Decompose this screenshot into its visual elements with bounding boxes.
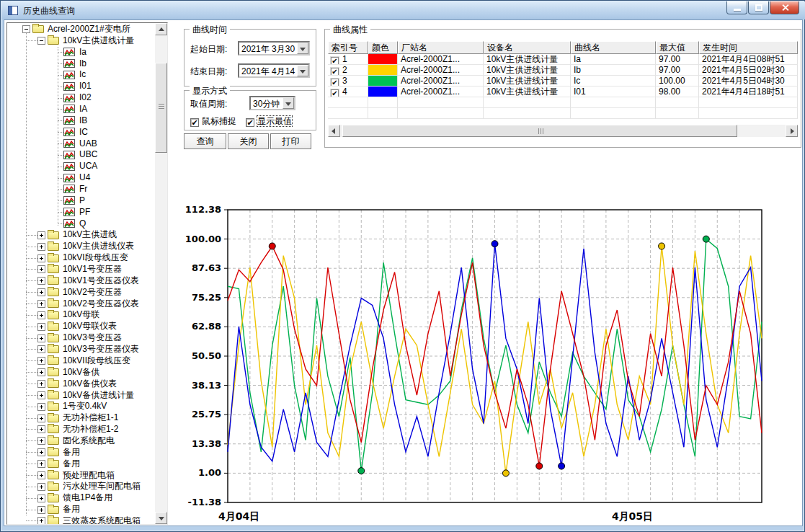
expand-plus-icon[interactable] (37, 311, 45, 319)
column-header-厂站名[interactable]: 厂站名 (398, 41, 484, 54)
trend-chart[interactable]: 112.38100.0087.6375.2562.8850.5038.1325.… (177, 188, 805, 532)
tree-item-备用[interactable]: 备用 (7, 504, 155, 515)
row-checkbox[interactable]: ✔ (331, 89, 339, 97)
end-date-combobox[interactable]: 2021年 4月14 (238, 63, 310, 78)
tree-item-PF[interactable]: PF (7, 207, 155, 218)
expand-plus-icon[interactable] (37, 288, 45, 296)
tree-item-Fr[interactable]: Fr (7, 184, 155, 195)
tree-item-备用[interactable]: 备用 (7, 447, 155, 458)
tree-item-U4[interactable]: U4 (7, 172, 155, 184)
index-cell[interactable]: ✔2 (328, 65, 368, 76)
column-header-设备名[interactable]: 设备名 (484, 41, 571, 54)
expand-plus-icon[interactable] (37, 403, 45, 411)
tree-item-10kV主供进线[interactable]: 10kV主供进线 (7, 229, 155, 241)
index-cell[interactable]: ✔4 (328, 87, 368, 97)
period-combobox[interactable]: 30分钟 (249, 96, 295, 110)
maximize-button[interactable] (748, 1, 769, 14)
collapse-minus-icon[interactable] (37, 37, 45, 45)
title-bar[interactable]: 历史曲线查询 (1, 1, 805, 19)
table-row[interactable]: ✔2Acrel-2000Z1...10kV主供进线计量Ib97.002021年4… (328, 65, 798, 76)
tree-item-10kV3号变压器仪表[interactable]: 10kV3号变压器仪表 (7, 344, 155, 355)
tree-item-10kV3号变压器[interactable]: 10kV3号变压器 (7, 332, 155, 344)
expand-plus-icon[interactable] (37, 437, 45, 445)
column-header-曲线名[interactable]: 曲线名 (571, 41, 656, 54)
table-scrollbar-thumb[interactable] (342, 125, 737, 137)
expand-plus-icon[interactable] (37, 243, 45, 251)
tree-item-固化系统配电[interactable]: 固化系统配电 (7, 435, 155, 447)
minimize-button[interactable] (726, 1, 747, 14)
tree-item-10kV主供进线仪表[interactable]: 10kV主供进线仪表 (7, 241, 155, 252)
tree-item-UCA[interactable]: UCA (7, 161, 155, 172)
table-row[interactable]: ✔4Acrel-2000Z1...10kV主供进线计量I0198.002021年… (328, 87, 798, 97)
column-header-发生时间[interactable]: 发生时间 (699, 41, 798, 54)
tree-scrollbar[interactable] (155, 23, 167, 524)
expand-plus-icon[interactable] (37, 425, 45, 433)
tree-item-Q[interactable]: Q (7, 218, 155, 230)
expand-plus-icon[interactable] (37, 506, 45, 514)
tree-item-10kV1号变压器[interactable]: 10kV1号变压器 (7, 264, 155, 275)
row-checkbox[interactable]: ✔ (331, 57, 339, 65)
expand-plus-icon[interactable] (37, 334, 45, 342)
expand-plus-icon[interactable] (37, 471, 45, 479)
tree-item-Ic[interactable]: Ic (7, 69, 155, 81)
table-row[interactable]: ✔3Acrel-2000Z1...10kV主供进线计量Ic100.002021年… (328, 76, 798, 87)
tree-item-馈电1P4备用[interactable]: 馈电1P4备用 (7, 492, 155, 504)
period-dropdown-button[interactable] (283, 97, 294, 109)
tree-item-10kV2号变压器[interactable]: 10kV2号变压器 (7, 287, 155, 298)
expand-plus-icon[interactable] (37, 323, 45, 331)
scroll-down-button[interactable] (155, 512, 167, 524)
table-row[interactable]: ✔1Acrel-2000Z1...10kV主供进线计量Ia97.002021年4… (328, 54, 798, 65)
tree-item-P[interactable]: P (7, 195, 155, 207)
tree-item-10kV母联仪表[interactable]: 10kV母联仪表 (7, 321, 155, 332)
tree-item-无功补偿柜1-1[interactable]: 无功补偿柜1-1 (7, 412, 155, 424)
expand-plus-icon[interactable] (37, 265, 45, 273)
expand-plus-icon[interactable] (37, 380, 45, 388)
start-date-combobox[interactable]: 2021年 3月30 (238, 41, 310, 56)
tree-item-IA[interactable]: IA (7, 104, 155, 115)
tree-item-10kVII段母线压变[interactable]: 10kVII段母线压变 (7, 355, 155, 367)
expand-plus-icon[interactable] (37, 345, 45, 353)
expand-plus-icon[interactable] (37, 495, 45, 502)
tree-item-10kV母联[interactable]: 10kV母联 (7, 309, 155, 321)
expand-plus-icon[interactable] (37, 357, 45, 365)
column-header-最大值[interactable]: 最大值 (656, 41, 699, 54)
tree-item-UAB[interactable]: UAB (7, 138, 155, 150)
tree-item-10kV2号变压器仪表[interactable]: 10kV2号变压器仪表 (7, 298, 155, 310)
scroll-up-button[interactable] (155, 23, 167, 35)
tree-item-IC[interactable]: IC (7, 127, 155, 138)
tree-item-1号变0.4kV[interactable]: 1号变0.4kV (7, 401, 155, 412)
row-checkbox[interactable]: ✔ (331, 79, 339, 87)
expand-plus-icon[interactable] (37, 277, 45, 285)
start-date-dropdown-button[interactable] (297, 43, 308, 54)
mouse-capture-checkbox[interactable]: ✔鼠标捕捉 (190, 115, 236, 128)
tree-item-无功补偿柜1-2[interactable]: 无功补偿柜1-2 (7, 424, 155, 435)
show-extremes-checkbox[interactable]: ✔显示最值 (246, 115, 292, 128)
expand-plus-icon[interactable] (37, 368, 45, 376)
expand-plus-icon[interactable] (37, 414, 45, 422)
query-button[interactable]: 查询 (184, 133, 226, 149)
scroll-right-button[interactable] (786, 125, 798, 137)
tree-item-I02[interactable]: I02 (7, 92, 155, 104)
tree-item-预处理配电箱[interactable]: 预处理配电箱 (7, 470, 155, 482)
tree-item-I01[interactable]: I01 (7, 81, 155, 92)
column-header-索引号[interactable]: 索引号 (328, 41, 368, 54)
end-date-dropdown-button[interactable] (297, 65, 308, 76)
tree-item-污水处理车间配电箱[interactable]: 污水处理车间配电箱 (7, 481, 155, 492)
expand-plus-icon[interactable] (37, 448, 45, 456)
index-cell[interactable]: ✔3 (328, 76, 368, 87)
expand-plus-icon[interactable] (37, 300, 45, 308)
print-button[interactable]: 打印 (270, 133, 311, 149)
tree-item-10kV备供进线计量[interactable]: 10kV备供进线计量 (7, 390, 155, 402)
expand-plus-icon[interactable] (37, 391, 45, 399)
tree-item-UBC[interactable]: UBC (7, 149, 155, 161)
tree-item-三效蒸发系统配电箱[interactable]: 三效蒸发系统配电箱 (7, 515, 155, 524)
tree-item-10kV主供进线计量[interactable]: 10kV主供进线计量 (7, 35, 155, 47)
tree-item-10kV备供[interactable]: 10kV备供 (7, 367, 155, 378)
tree-item-Ia[interactable]: Ia (7, 47, 155, 58)
index-cell[interactable]: ✔1 (328, 54, 368, 65)
expand-plus-icon[interactable] (37, 460, 45, 468)
tree-item-Acrel-2000Z1#变电所[interactable]: Acrel-2000Z1#变电所 (7, 24, 155, 35)
expand-plus-icon[interactable] (37, 231, 45, 239)
table-hscrollbar[interactable] (328, 125, 798, 137)
expand-plus-icon[interactable] (37, 517, 45, 524)
